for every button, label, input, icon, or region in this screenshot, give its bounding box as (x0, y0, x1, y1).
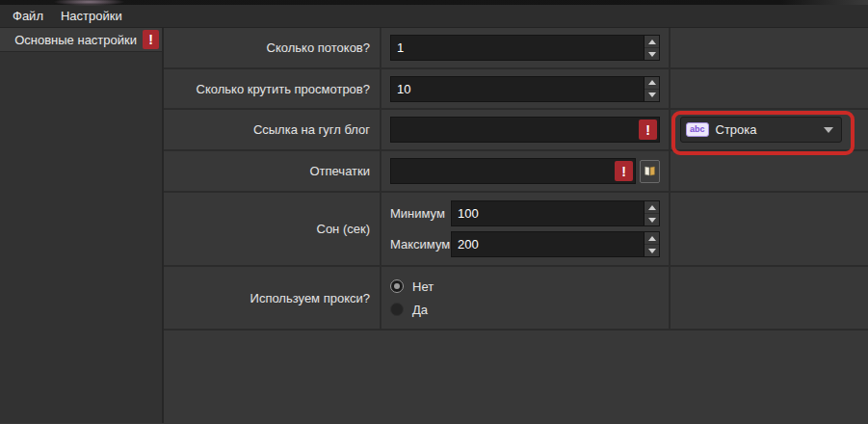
fingerprints-browse-button[interactable] (640, 160, 660, 183)
arrow-down-icon (648, 218, 656, 223)
sidebar-tab-label: Основные настройки (14, 33, 137, 47)
error-exclamation-icon: ! (143, 30, 159, 49)
blog-link-type-value: Строка (716, 122, 817, 137)
arrow-down-icon (648, 93, 656, 97)
threads-label: Сколько потоков? (164, 28, 381, 67)
fingerprints-field: ! (390, 158, 636, 184)
fingerprints-input[interactable] (391, 164, 612, 178)
string-type-abc-icon: abc (686, 122, 709, 137)
views-spin-down-button[interactable] (644, 90, 659, 101)
arrow-up-icon (648, 236, 656, 241)
sleep-min-spinbox[interactable] (451, 200, 660, 226)
blog-link-type-dropdown[interactable]: abc Строка (680, 117, 842, 143)
sleep-max-input[interactable] (452, 232, 644, 256)
chevron-down-icon (824, 127, 833, 133)
proxy-no-label: Нет (412, 279, 434, 294)
views-spin-up-button[interactable] (644, 77, 659, 90)
radio-selected-icon[interactable] (390, 279, 404, 293)
sleep-min-spin-up-button[interactable] (644, 201, 659, 214)
fingerprints-label: Отпечатки (164, 151, 381, 191)
threads-input[interactable] (391, 36, 644, 60)
threads-spinbox[interactable] (390, 35, 660, 61)
arrow-down-icon (648, 249, 656, 253)
blog-link-label: Ссылка на гугл блог (164, 110, 381, 149)
views-label: Сколько крутить просмотров? (164, 69, 381, 108)
threads-spin-down-button[interactable] (644, 48, 659, 60)
row-proxy: Используем прокси? Нет Да (164, 267, 868, 331)
arrow-up-icon (648, 205, 656, 210)
views-spinbox[interactable] (390, 76, 660, 102)
sleep-max-spinbox[interactable] (451, 231, 660, 257)
blog-link-field: ! (390, 117, 660, 143)
sidebar-tab-main-settings[interactable]: Основные настройки ! (0, 28, 162, 52)
threads-spin-up-button[interactable] (644, 36, 659, 48)
sleep-max-spin-up-button[interactable] (644, 232, 659, 245)
row-fingerprints: Отпечатки ! (164, 151, 868, 193)
sidebar: Основные настройки ! (0, 28, 164, 423)
proxy-label: Используем прокси? (164, 267, 381, 329)
settings-panel: Сколько потоков? Сколько крутить просмот… (164, 28, 868, 423)
menu-file[interactable]: Файл (4, 6, 52, 26)
row-sleep: Сон (сек) Минимум Максимум (164, 193, 868, 267)
sleep-label: Сон (сек) (164, 193, 381, 265)
row-blog-link: Ссылка на гугл блог ! abc Строка (164, 110, 868, 151)
window-titlebar-edge (0, 0, 868, 5)
error-exclamation-icon: ! (639, 119, 657, 140)
sleep-min-label: Минимум (390, 206, 451, 221)
error-exclamation-icon: ! (615, 161, 633, 181)
sleep-max-label: Максимум (390, 237, 451, 252)
sleep-min-input[interactable] (452, 201, 644, 225)
open-book-icon (644, 165, 656, 177)
proxy-option-yes[interactable]: Да (390, 303, 428, 317)
row-threads: Сколько потоков? (164, 28, 868, 69)
arrow-up-icon (648, 40, 656, 44)
menu-bar: Файл Настройки (0, 5, 868, 28)
titlebar-glow (53, 0, 125, 6)
proxy-option-no[interactable]: Нет (390, 279, 434, 294)
proxy-yes-label: Да (412, 303, 428, 317)
row-views: Сколько крутить просмотров? (164, 69, 868, 110)
radio-unselected-icon[interactable] (390, 303, 404, 316)
menu-settings[interactable]: Настройки (52, 6, 131, 26)
arrow-up-icon (648, 80, 656, 85)
arrow-down-icon (648, 52, 656, 57)
blog-link-input[interactable] (391, 122, 636, 137)
sleep-max-spin-down-button[interactable] (644, 245, 659, 256)
sleep-min-spin-down-button[interactable] (644, 214, 659, 225)
views-input[interactable] (391, 77, 644, 101)
